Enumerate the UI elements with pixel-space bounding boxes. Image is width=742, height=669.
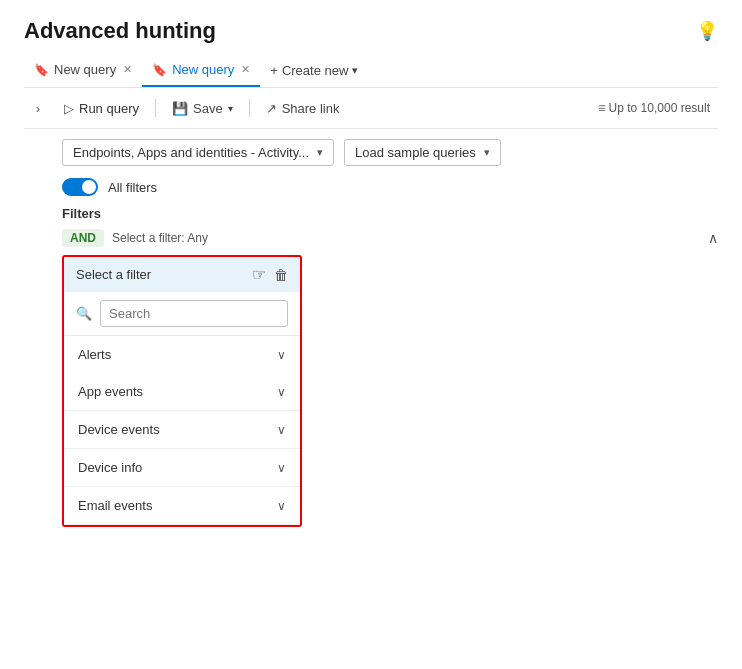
alerts-chevron-icon: ∨ (277, 348, 286, 362)
filter-panel-icons: ☞ 🗑 (252, 265, 288, 284)
dropdowns-row: Endpoints, Apps and identities - Activit… (24, 129, 718, 174)
all-filters-toggle[interactable] (62, 178, 98, 196)
tab1-close[interactable]: ✕ (123, 63, 132, 76)
save-button[interactable]: 💾 Save ▾ (160, 96, 245, 121)
filter-group: AND Select a filter: Any ∧ (62, 229, 718, 247)
collapse-button[interactable]: › (24, 94, 52, 122)
filter-panel-header[interactable]: Select a filter ☞ 🗑 (64, 257, 300, 292)
cursor-icon: ☞ (252, 265, 266, 284)
filter-item-app-events[interactable]: App events ∨ (64, 373, 300, 411)
filter-search-box: 🔍 (64, 292, 300, 336)
create-new-tab[interactable]: + Create new ▾ (260, 55, 368, 86)
results-count: ≡ Up to 10,000 result (598, 101, 718, 115)
share-label: Share link (282, 101, 340, 116)
filter-panel-title: Select a filter (76, 267, 151, 282)
filters-title: Filters (62, 206, 718, 221)
filter-list: Alerts ∨ App events ∨ Device events ∨ De… (64, 336, 300, 525)
run-query-button[interactable]: ▷ Run query (52, 96, 151, 121)
toolbar: › ▷ Run query 💾 Save ▾ ↗ Share link ≡ Up… (24, 88, 718, 129)
scope-label: Endpoints, Apps and identities - Activit… (73, 145, 309, 160)
save-icon: 💾 (172, 101, 188, 116)
alerts-label: Alerts (78, 347, 111, 362)
filter-item-email-events[interactable]: Email events ∨ (64, 487, 300, 525)
run-query-label: Run query (79, 101, 139, 116)
chevron-down-icon: ▾ (352, 64, 358, 77)
tab2-icon: 🔖 (152, 63, 167, 77)
plus-icon: + (270, 63, 278, 78)
lightbulb-icon[interactable]: 💡 (696, 20, 718, 42)
device-info-label: Device info (78, 460, 142, 475)
filter-any-label: Select a filter: Any (112, 231, 208, 245)
and-badge: AND (62, 229, 104, 247)
device-events-label: Device events (78, 422, 160, 437)
filter-item-device-events[interactable]: Device events ∨ (64, 411, 300, 449)
tab-query-2[interactable]: 🔖 New query ✕ (142, 54, 260, 87)
tab2-close[interactable]: ✕ (241, 63, 250, 76)
device-events-chevron-icon: ∨ (277, 423, 286, 437)
app-events-chevron-icon: ∨ (277, 385, 286, 399)
search-icon: 🔍 (76, 306, 92, 321)
create-new-label: Create new (282, 63, 348, 78)
tab2-label: New query (172, 62, 234, 77)
query-label: Load sample queries (355, 145, 476, 160)
tabs-bar: 🔖 New query ✕ 🔖 New query ✕ + Create new… (24, 54, 718, 88)
results-icon: ≡ (598, 101, 605, 115)
filter-collapse-icon[interactable]: ∧ (708, 230, 718, 246)
divider1 (155, 99, 156, 117)
query-chevron-icon: ▾ (484, 146, 490, 159)
filter-panel: Select a filter ☞ 🗑 🔍 Alerts ∨ App event… (62, 255, 302, 527)
filter-item-device-info[interactable]: Device info ∨ (64, 449, 300, 487)
all-filters-label: All filters (108, 180, 157, 195)
tab1-label: New query (54, 62, 116, 77)
filter-item-alerts[interactable]: Alerts ∨ (64, 336, 300, 373)
save-label: Save (193, 101, 223, 116)
page-header: Advanced hunting 💡 (24, 18, 718, 44)
tab-query-1[interactable]: 🔖 New query ✕ (24, 54, 142, 87)
tab1-icon: 🔖 (34, 63, 49, 77)
email-events-chevron-icon: ∨ (277, 499, 286, 513)
scope-chevron-icon: ▾ (317, 146, 323, 159)
share-icon: ↗ (266, 101, 277, 116)
play-icon: ▷ (64, 101, 74, 116)
filter-search-input[interactable] (100, 300, 288, 327)
toggle-row: All filters (24, 174, 718, 206)
divider2 (249, 99, 250, 117)
save-chevron-icon: ▾ (228, 103, 233, 114)
share-link-button[interactable]: ↗ Share link (254, 96, 352, 121)
email-events-label: Email events (78, 498, 152, 513)
app-events-label: App events (78, 384, 143, 399)
scope-dropdown[interactable]: Endpoints, Apps and identities - Activit… (62, 139, 334, 166)
trash-icon[interactable]: 🗑 (274, 267, 288, 283)
page-title: Advanced hunting (24, 18, 216, 44)
filters-section: Filters AND Select a filter: Any ∧ Selec… (24, 206, 718, 527)
query-dropdown[interactable]: Load sample queries ▾ (344, 139, 501, 166)
device-info-chevron-icon: ∨ (277, 461, 286, 475)
